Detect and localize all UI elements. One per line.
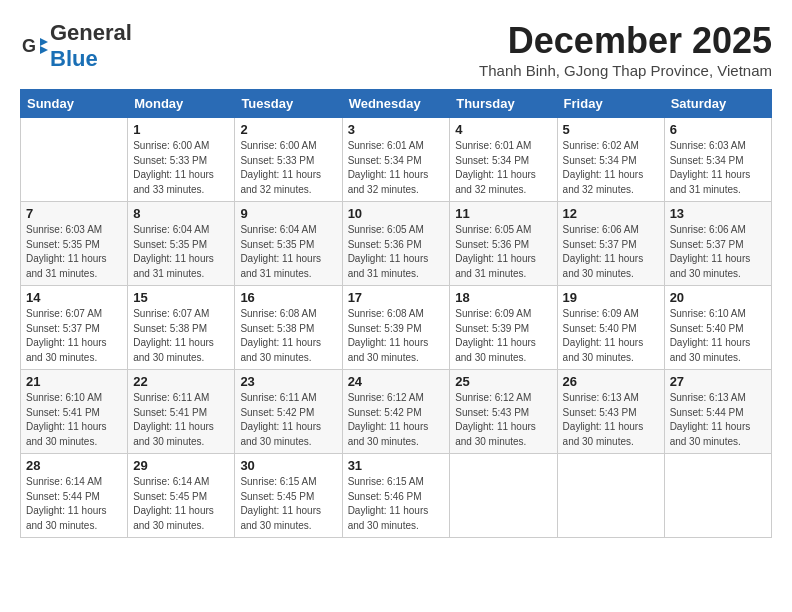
calendar-day-cell: 10Sunrise: 6:05 AM Sunset: 5:36 PM Dayli… (342, 202, 450, 286)
calendar-header-cell: Tuesday (235, 90, 342, 118)
day-info: Sunrise: 6:09 AM Sunset: 5:40 PM Dayligh… (563, 307, 659, 365)
day-number: 1 (133, 122, 229, 137)
calendar-day-cell: 22Sunrise: 6:11 AM Sunset: 5:41 PM Dayli… (128, 370, 235, 454)
day-number: 15 (133, 290, 229, 305)
day-info: Sunrise: 6:00 AM Sunset: 5:33 PM Dayligh… (133, 139, 229, 197)
day-number: 26 (563, 374, 659, 389)
logo-general-text: General (50, 20, 132, 45)
day-number: 9 (240, 206, 336, 221)
day-info: Sunrise: 6:14 AM Sunset: 5:45 PM Dayligh… (133, 475, 229, 533)
day-info: Sunrise: 6:13 AM Sunset: 5:43 PM Dayligh… (563, 391, 659, 449)
page-header: G General Blue December 2025 Thanh Binh,… (20, 20, 772, 79)
day-number: 19 (563, 290, 659, 305)
day-number: 13 (670, 206, 766, 221)
svg-marker-1 (40, 38, 48, 46)
calendar-day-cell (450, 454, 557, 538)
day-number: 4 (455, 122, 551, 137)
calendar-header-cell: Sunday (21, 90, 128, 118)
calendar-day-cell: 26Sunrise: 6:13 AM Sunset: 5:43 PM Dayli… (557, 370, 664, 454)
month-title: December 2025 (479, 20, 772, 62)
day-info: Sunrise: 6:12 AM Sunset: 5:43 PM Dayligh… (455, 391, 551, 449)
calendar-day-cell: 6Sunrise: 6:03 AM Sunset: 5:34 PM Daylig… (664, 118, 771, 202)
calendar-day-cell: 4Sunrise: 6:01 AM Sunset: 5:34 PM Daylig… (450, 118, 557, 202)
day-number: 18 (455, 290, 551, 305)
day-info: Sunrise: 6:10 AM Sunset: 5:40 PM Dayligh… (670, 307, 766, 365)
calendar-day-cell: 18Sunrise: 6:09 AM Sunset: 5:39 PM Dayli… (450, 286, 557, 370)
calendar-day-cell: 29Sunrise: 6:14 AM Sunset: 5:45 PM Dayli… (128, 454, 235, 538)
day-number: 30 (240, 458, 336, 473)
calendar-day-cell: 9Sunrise: 6:04 AM Sunset: 5:35 PM Daylig… (235, 202, 342, 286)
svg-text:G: G (22, 36, 36, 56)
calendar-table: SundayMondayTuesdayWednesdayThursdayFrid… (20, 89, 772, 538)
calendar-day-cell: 11Sunrise: 6:05 AM Sunset: 5:36 PM Dayli… (450, 202, 557, 286)
day-number: 3 (348, 122, 445, 137)
day-info: Sunrise: 6:08 AM Sunset: 5:39 PM Dayligh… (348, 307, 445, 365)
logo-icon: G (20, 32, 48, 60)
day-info: Sunrise: 6:13 AM Sunset: 5:44 PM Dayligh… (670, 391, 766, 449)
day-number: 27 (670, 374, 766, 389)
day-info: Sunrise: 6:01 AM Sunset: 5:34 PM Dayligh… (455, 139, 551, 197)
day-info: Sunrise: 6:08 AM Sunset: 5:38 PM Dayligh… (240, 307, 336, 365)
day-number: 2 (240, 122, 336, 137)
calendar-day-cell: 3Sunrise: 6:01 AM Sunset: 5:34 PM Daylig… (342, 118, 450, 202)
day-info: Sunrise: 6:05 AM Sunset: 5:36 PM Dayligh… (348, 223, 445, 281)
calendar-header-cell: Thursday (450, 90, 557, 118)
calendar-day-cell: 20Sunrise: 6:10 AM Sunset: 5:40 PM Dayli… (664, 286, 771, 370)
day-number: 31 (348, 458, 445, 473)
calendar-day-cell: 17Sunrise: 6:08 AM Sunset: 5:39 PM Dayli… (342, 286, 450, 370)
calendar-day-cell: 19Sunrise: 6:09 AM Sunset: 5:40 PM Dayli… (557, 286, 664, 370)
day-number: 22 (133, 374, 229, 389)
calendar-day-cell: 8Sunrise: 6:04 AM Sunset: 5:35 PM Daylig… (128, 202, 235, 286)
calendar-day-cell: 2Sunrise: 6:00 AM Sunset: 5:33 PM Daylig… (235, 118, 342, 202)
title-block: December 2025 Thanh Binh, GJong Thap Pro… (479, 20, 772, 79)
logo: G General Blue (20, 20, 132, 72)
calendar-day-cell: 31Sunrise: 6:15 AM Sunset: 5:46 PM Dayli… (342, 454, 450, 538)
calendar-header-row: SundayMondayTuesdayWednesdayThursdayFrid… (21, 90, 772, 118)
calendar-day-cell: 28Sunrise: 6:14 AM Sunset: 5:44 PM Dayli… (21, 454, 128, 538)
calendar-day-cell: 21Sunrise: 6:10 AM Sunset: 5:41 PM Dayli… (21, 370, 128, 454)
calendar-week-row: 7Sunrise: 6:03 AM Sunset: 5:35 PM Daylig… (21, 202, 772, 286)
day-info: Sunrise: 6:03 AM Sunset: 5:34 PM Dayligh… (670, 139, 766, 197)
calendar-day-cell: 16Sunrise: 6:08 AM Sunset: 5:38 PM Dayli… (235, 286, 342, 370)
day-info: Sunrise: 6:10 AM Sunset: 5:41 PM Dayligh… (26, 391, 122, 449)
calendar-header-cell: Monday (128, 90, 235, 118)
calendar-day-cell: 14Sunrise: 6:07 AM Sunset: 5:37 PM Dayli… (21, 286, 128, 370)
day-info: Sunrise: 6:09 AM Sunset: 5:39 PM Dayligh… (455, 307, 551, 365)
calendar-week-row: 1Sunrise: 6:00 AM Sunset: 5:33 PM Daylig… (21, 118, 772, 202)
day-info: Sunrise: 6:06 AM Sunset: 5:37 PM Dayligh… (670, 223, 766, 281)
day-number: 10 (348, 206, 445, 221)
calendar-day-cell: 5Sunrise: 6:02 AM Sunset: 5:34 PM Daylig… (557, 118, 664, 202)
day-number: 7 (26, 206, 122, 221)
calendar-day-cell (21, 118, 128, 202)
day-info: Sunrise: 6:00 AM Sunset: 5:33 PM Dayligh… (240, 139, 336, 197)
day-number: 29 (133, 458, 229, 473)
day-number: 5 (563, 122, 659, 137)
day-info: Sunrise: 6:14 AM Sunset: 5:44 PM Dayligh… (26, 475, 122, 533)
day-number: 16 (240, 290, 336, 305)
day-number: 12 (563, 206, 659, 221)
day-info: Sunrise: 6:02 AM Sunset: 5:34 PM Dayligh… (563, 139, 659, 197)
day-number: 23 (240, 374, 336, 389)
calendar-day-cell: 1Sunrise: 6:00 AM Sunset: 5:33 PM Daylig… (128, 118, 235, 202)
day-info: Sunrise: 6:04 AM Sunset: 5:35 PM Dayligh… (240, 223, 336, 281)
calendar-week-row: 14Sunrise: 6:07 AM Sunset: 5:37 PM Dayli… (21, 286, 772, 370)
calendar-day-cell: 27Sunrise: 6:13 AM Sunset: 5:44 PM Dayli… (664, 370, 771, 454)
calendar-header-cell: Friday (557, 90, 664, 118)
calendar-day-cell: 23Sunrise: 6:11 AM Sunset: 5:42 PM Dayli… (235, 370, 342, 454)
calendar-header-cell: Saturday (664, 90, 771, 118)
day-info: Sunrise: 6:07 AM Sunset: 5:38 PM Dayligh… (133, 307, 229, 365)
day-number: 6 (670, 122, 766, 137)
calendar-day-cell: 12Sunrise: 6:06 AM Sunset: 5:37 PM Dayli… (557, 202, 664, 286)
day-number: 21 (26, 374, 122, 389)
calendar-day-cell: 15Sunrise: 6:07 AM Sunset: 5:38 PM Dayli… (128, 286, 235, 370)
day-info: Sunrise: 6:11 AM Sunset: 5:41 PM Dayligh… (133, 391, 229, 449)
day-info: Sunrise: 6:15 AM Sunset: 5:46 PM Dayligh… (348, 475, 445, 533)
calendar-day-cell: 24Sunrise: 6:12 AM Sunset: 5:42 PM Dayli… (342, 370, 450, 454)
day-number: 20 (670, 290, 766, 305)
calendar-day-cell: 30Sunrise: 6:15 AM Sunset: 5:45 PM Dayli… (235, 454, 342, 538)
day-number: 24 (348, 374, 445, 389)
calendar-week-row: 28Sunrise: 6:14 AM Sunset: 5:44 PM Dayli… (21, 454, 772, 538)
calendar-day-cell: 13Sunrise: 6:06 AM Sunset: 5:37 PM Dayli… (664, 202, 771, 286)
day-number: 28 (26, 458, 122, 473)
day-info: Sunrise: 6:06 AM Sunset: 5:37 PM Dayligh… (563, 223, 659, 281)
